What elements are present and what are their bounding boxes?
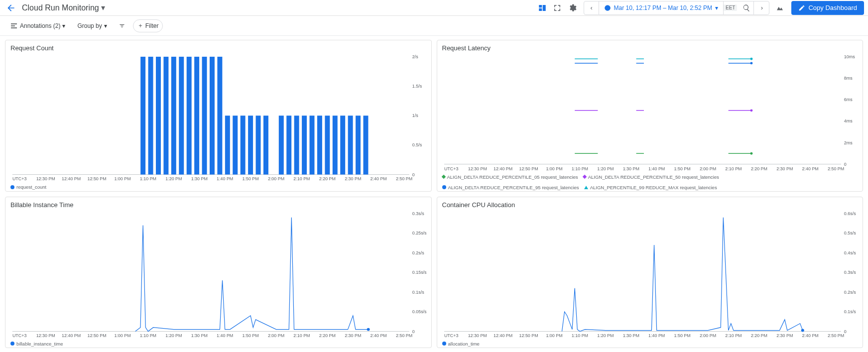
svg-text:2:30 PM: 2:30 PM <box>345 333 361 338</box>
compare-icon <box>775 3 784 12</box>
svg-text:1:00 PM: 1:00 PM <box>546 333 562 338</box>
svg-text:0.05s/s: 0.05s/s <box>412 309 427 314</box>
svg-point-85 <box>750 62 752 64</box>
chart-plot[interactable]: 02ms4ms6ms8ms10msUTC+312:30 PM12:40 PM12… <box>437 52 863 173</box>
settings-button[interactable] <box>565 1 580 15</box>
time-range-text: Mar 10, 12:17 PM – Mar 10, 2:52 PM <box>614 4 712 11</box>
chart-card-container-cpu-allocation: Container CPU Allocation 00.1s/s0.2s/s0.… <box>437 197 864 349</box>
svg-text:1:30 PM: 1:30 PM <box>622 333 639 338</box>
legend-label: ALIGN_DELTA REDUCE_PERCENTILE_50 request… <box>588 174 719 180</box>
legend-swatch-icon <box>442 342 446 346</box>
svg-text:1:10 PM: 1:10 PM <box>140 176 156 181</box>
add-filter-button[interactable]: ＋ Filter <box>133 19 163 32</box>
copy-dashboard-button[interactable]: Copy Dashboard <box>791 1 864 15</box>
chart-title: Billable Instance Time <box>5 197 431 209</box>
copy-dashboard-label: Copy Dashboard <box>808 4 857 11</box>
svg-text:0.3s/s: 0.3s/s <box>412 211 424 216</box>
group-by-label: Group by <box>77 22 102 29</box>
fullscreen-button[interactable] <box>550 1 565 15</box>
svg-text:1:00 PM: 1:00 PM <box>114 333 130 338</box>
chart-title: Request Count <box>5 40 431 52</box>
svg-rect-24 <box>156 57 161 175</box>
svg-text:2:00 PM: 2:00 PM <box>699 333 716 338</box>
svg-text:6ms: 6ms <box>844 97 852 102</box>
svg-rect-22 <box>140 57 145 175</box>
svg-text:8ms: 8ms <box>844 76 852 81</box>
time-prev-button[interactable]: ‹ <box>584 1 599 15</box>
arrow-back-icon <box>6 3 16 13</box>
legend-item[interactable]: ALIGN_PERCENTILE_99 REDUCE_MAX request_l… <box>584 185 717 190</box>
svg-text:2:10 PM: 2:10 PM <box>293 176 310 181</box>
svg-rect-46 <box>333 116 338 174</box>
svg-text:2:40 PM: 2:40 PM <box>371 176 387 181</box>
caret-down-icon: ▾ <box>715 4 718 11</box>
legend-swatch-icon <box>10 185 14 189</box>
zoom-out-button[interactable] <box>739 1 754 15</box>
svg-text:2:00 PM: 2:00 PM <box>268 333 284 338</box>
filter-label: Filter <box>145 22 159 29</box>
svg-text:0.1s/s: 0.1s/s <box>844 309 856 314</box>
svg-point-89 <box>750 58 752 60</box>
svg-rect-26 <box>171 57 176 175</box>
chart-plot[interactable]: 00.05s/s0.1s/s0.15s/s0.2s/s0.25s/s0.3s/s… <box>5 209 431 340</box>
svg-text:12:50 PM: 12:50 PM <box>519 166 538 171</box>
legend-swatch-icon <box>441 175 445 179</box>
svg-text:2:50 PM: 2:50 PM <box>396 333 412 338</box>
svg-text:0.6s/s: 0.6s/s <box>844 211 856 216</box>
page-title[interactable]: Cloud Run Monitoring ▾ <box>22 3 105 12</box>
compare-button[interactable] <box>772 1 787 15</box>
legend-item[interactable]: allocation_time <box>442 341 480 347</box>
svg-text:12:40 PM: 12:40 PM <box>62 333 81 338</box>
legend-label: allocation_time <box>448 341 480 347</box>
svg-text:12:30 PM: 12:30 PM <box>468 166 487 171</box>
svg-text:2:20 PM: 2:20 PM <box>319 333 336 338</box>
timezone-chip[interactable]: EET <box>724 4 737 11</box>
dashboard-toolbar: Annotations (2) ▾ Group by ▾ ＋ Filter <box>0 16 868 36</box>
svg-rect-44 <box>317 116 322 174</box>
svg-text:12:40 PM: 12:40 PM <box>62 176 81 181</box>
back-button[interactable] <box>4 1 18 15</box>
svg-text:1:30 PM: 1:30 PM <box>191 176 208 181</box>
chart-plot[interactable]: 00.5/s1/s1.5/s2/sUTC+312:30 PM12:40 PM12… <box>5 52 431 183</box>
svg-text:2:50 PM: 2:50 PM <box>828 333 844 338</box>
legend-label: request_count <box>16 184 46 190</box>
legend-label: ALIGN_PERCENTILE_99 REDUCE_MAX request_l… <box>590 185 717 190</box>
sort-button[interactable] <box>115 19 129 32</box>
svg-text:1:30 PM: 1:30 PM <box>191 333 208 338</box>
legend-item[interactable]: request_count <box>10 184 46 190</box>
svg-text:1.5/s: 1.5/s <box>412 84 422 89</box>
chevron-left-icon: ‹ <box>590 4 592 11</box>
svg-text:0.2s/s: 0.2s/s <box>412 250 424 255</box>
svg-text:0: 0 <box>844 162 846 167</box>
legend-item[interactable]: ALIGN_DELTA REDUCE_PERCENTILE_95 request… <box>442 185 579 190</box>
svg-text:2:00 PM: 2:00 PM <box>699 166 716 171</box>
svg-text:1:10 PM: 1:10 PM <box>571 166 588 171</box>
annotations-icon <box>10 22 18 30</box>
svg-point-81 <box>750 109 752 112</box>
svg-rect-48 <box>348 116 353 174</box>
chart-legend: request_count <box>5 183 431 191</box>
svg-rect-49 <box>356 116 361 174</box>
caret-down-icon: ▾ <box>104 22 107 29</box>
magnifier-icon <box>743 4 750 12</box>
dashboard-grid: Request Count 00.5/s1/s1.5/s2/sUTC+312:3… <box>0 36 868 352</box>
layout-button[interactable] <box>535 1 550 15</box>
legend-item[interactable]: ALIGN_DELTA REDUCE_PERCENTILE_50 request… <box>583 174 719 180</box>
annotations-menu[interactable]: Annotations (2) ▾ <box>6 19 69 32</box>
svg-text:1:10 PM: 1:10 PM <box>571 333 588 338</box>
legend-item[interactable]: billable_instance_time <box>10 341 63 347</box>
svg-rect-34 <box>233 116 238 174</box>
svg-text:2:50 PM: 2:50 PM <box>828 166 844 171</box>
svg-rect-31 <box>210 57 215 175</box>
svg-text:1:00 PM: 1:00 PM <box>546 166 562 171</box>
legend-item[interactable]: ALIGN_DELTA REDUCE_PERCENTILE_05 request… <box>442 174 578 180</box>
time-next-button[interactable]: › <box>754 1 769 15</box>
gear-icon <box>568 3 577 12</box>
svg-point-77 <box>750 152 752 155</box>
group-by-menu[interactable]: Group by ▾ <box>73 19 111 32</box>
svg-text:2:20 PM: 2:20 PM <box>750 166 767 171</box>
legend-swatch-icon <box>10 342 14 346</box>
svg-text:2:30 PM: 2:30 PM <box>776 333 793 338</box>
time-range-picker[interactable]: Mar 10, 12:17 PM – Mar 10, 2:52 PM ▾ <box>599 1 724 15</box>
chart-plot[interactable]: 00.1s/s0.2s/s0.3s/s0.4s/s0.5s/s0.6s/sUTC… <box>437 209 863 340</box>
